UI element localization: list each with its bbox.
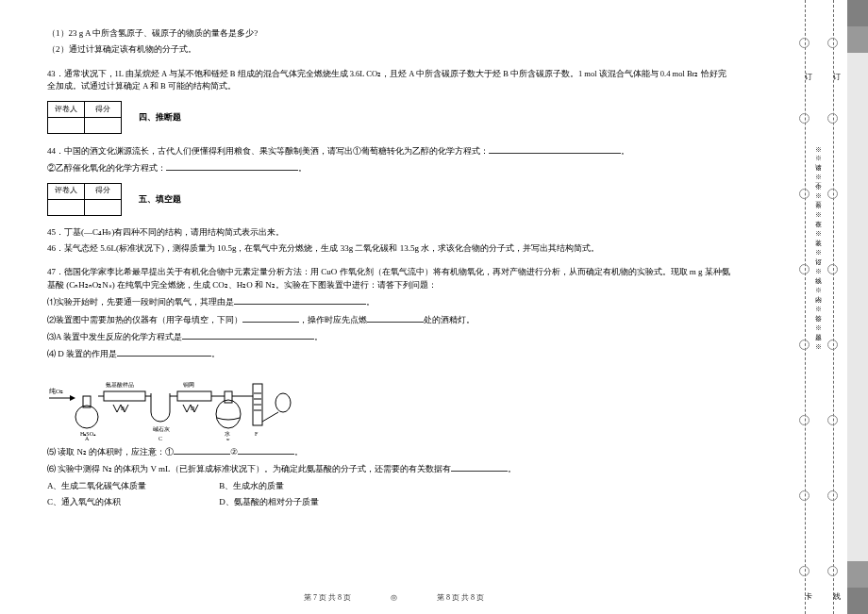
q42-sub1: （1）23 g A 中所含氢原子、碳原子的物质的量各是多少? — [47, 26, 731, 40]
binding-circle — [799, 264, 810, 274]
svg-text:E: E — [226, 438, 230, 440]
q47-s2-blank1[interactable] — [242, 312, 299, 323]
binding-circle — [799, 113, 810, 124]
svg-rect-8 — [177, 391, 211, 401]
svg-text:C: C — [159, 436, 162, 440]
label-cu: 铜网 — [182, 382, 194, 388]
svg-point-2 — [75, 406, 98, 428]
q43-text: 43．通常状况下，1L 由某烷烃 A 与某不饱和链烃 B 组成的混合气体完全燃烧… — [47, 68, 731, 93]
score-h2: 得分 — [85, 101, 122, 117]
binding-circle — [799, 38, 810, 48]
circle-column-1 — [799, 19, 810, 595]
q47-s4-blank[interactable] — [117, 346, 211, 357]
section5-title: 五、填空题 — [139, 192, 181, 206]
q47-options-row1: A、生成二氧化碳气体质量 B、生成水的质量 — [47, 479, 731, 492]
svg-point-10 — [216, 400, 241, 428]
binding-sidebar: 订 订 ※※请※※不※※要※※在※※装※※订※※线※※内※※答※※题※※ 卡 线 — [788, 0, 868, 614]
svg-marker-1 — [70, 395, 75, 401]
footer-symbol: ◎ — [391, 593, 397, 602]
page-number-7: 第 7 页 共 8 页 — [304, 592, 351, 605]
binding-circle — [827, 340, 838, 350]
q45: 45．丁基(—C₄H₉)有四种不同的结构，请用结构简式表示出来。 — [47, 225, 731, 239]
page-content: （1）23 g A 中所含氢原子、碳原子的物质的量各是多少? （2）通过计算确定… — [0, 0, 788, 614]
score-cell[interactable] — [48, 199, 85, 215]
binding-circle — [827, 189, 838, 199]
q42-sub2: （2）通过计算确定该有机物的分子式。 — [47, 42, 731, 56]
binding-circle — [827, 490, 838, 501]
label-water: 水 — [225, 431, 230, 437]
binding-circle — [827, 264, 838, 274]
q47-s2: ⑵装置图中需要加热的仪器有（用字母填空，下同），操作时应先点燃处的酒精灯。 — [47, 312, 731, 326]
score-table-5: 评卷人得分 — [47, 183, 122, 216]
q46: 46．某气态烃 5.6L(标准状况下)，测得质量为 10.5g，在氧气中充分燃烧… — [47, 241, 731, 255]
svg-text:F: F — [255, 431, 259, 437]
score-cell[interactable] — [85, 117, 122, 133]
q47-s6-blank[interactable] — [451, 461, 508, 472]
score-h1: 评卷人 — [48, 183, 85, 199]
page-footer: 第 7 页 共 8 页 ◎ 第 8 页 共 8 页 — [0, 592, 788, 605]
q47-s2-blank2[interactable] — [367, 312, 424, 323]
q47-s3-blank[interactable] — [182, 329, 314, 340]
section4-header: 评卷人得分 四、推断题 — [47, 101, 731, 134]
binding-circle — [827, 38, 838, 48]
label-o2: 纯O₂ — [49, 388, 63, 395]
svg-point-19 — [275, 393, 291, 412]
q47-s4: ⑷ D 装置的作用是。 — [47, 346, 731, 360]
label-lime: 碱石灰 — [153, 426, 170, 432]
opt-d: D、氨基酸的相对分子质量 — [219, 497, 319, 506]
opt-c: C、通入氧气的体积 — [47, 495, 217, 508]
q47-s3: ⑶A 装置中发生反应的化学方程式是。 — [47, 329, 731, 343]
q47-s1: ⑴实验开始时，先要通一段时间的氧气，其理由是。 — [47, 294, 731, 308]
svg-text:A: A — [85, 436, 90, 440]
q47-options-row2: C、通入氧气的体积 D、氨基酸的相对分子质量 — [47, 495, 731, 508]
label-sample: 氨基酸样品 — [106, 382, 134, 388]
binding-circle — [827, 415, 838, 425]
binding-circle — [799, 566, 810, 576]
binding-circle — [799, 490, 810, 501]
section4-title: 四、推断题 — [139, 110, 181, 124]
score-h2: 得分 — [85, 183, 122, 199]
score-cell[interactable] — [48, 117, 85, 133]
binding-circle — [799, 415, 810, 425]
opt-a: A、生成二氧化碳气体质量 — [47, 479, 217, 492]
page-number-8: 第 8 页 共 8 页 — [437, 592, 484, 605]
ruler-bar — [847, 0, 868, 614]
q47-s1-blank[interactable] — [234, 294, 366, 305]
score-cell[interactable] — [85, 199, 122, 215]
q44-blank2[interactable] — [166, 160, 298, 171]
binding-warning: ※※请※※不※※要※※在※※装※※订※※线※※内※※答※※题※※ — [812, 141, 825, 347]
opt-b: B、生成水的质量 — [219, 481, 284, 490]
apparatus-diagram: 纯O₂ H₂SO₄ A 氨基酸样品 B 碱石灰 C 铜网 D — [47, 365, 330, 440]
binding-circle — [799, 189, 810, 199]
svg-rect-11 — [225, 391, 232, 403]
svg-rect-5 — [104, 391, 145, 401]
q47-s6: ⑹ 实验中测得 N₂ 的体积为 V mL（已折算成标准状况下）。为确定此氨基酸的… — [47, 461, 731, 475]
q47-s5-blank1[interactable] — [174, 444, 230, 455]
q44-intro: 44．中国的酒文化渊源流长，古代人们便懂得利用粮食、果实等酿制美酒，请写出①葡萄… — [47, 143, 731, 158]
score-h1: 评卷人 — [48, 101, 85, 117]
q47-intro: 47．德国化学家李比希最早提出关于有机化合物中元素定量分析方法：用 CuO 作氧… — [47, 265, 731, 292]
binding-circle — [827, 113, 838, 124]
q44-part2: ②乙醇催化氧化的化学方程式：。 — [47, 160, 731, 174]
score-table-4: 评卷人得分 — [47, 101, 122, 134]
binding-circle — [827, 566, 838, 576]
circle-column-2 — [827, 19, 838, 595]
binding-margin: 订 订 ※※请※※不※※要※※在※※装※※订※※线※※内※※答※※题※※ 卡 线 — [788, 0, 847, 614]
section5-header: 评卷人得分 五、填空题 — [47, 183, 731, 216]
q44-blank1[interactable] — [489, 143, 621, 154]
svg-line-20 — [262, 412, 278, 422]
q47-s5: ⑸ 读取 N₂ 的体积时，应注意：①②。 — [47, 444, 731, 458]
q47-s5-blank2[interactable] — [238, 444, 294, 455]
ruler-bottom — [847, 561, 868, 614]
binding-circle — [799, 340, 810, 350]
